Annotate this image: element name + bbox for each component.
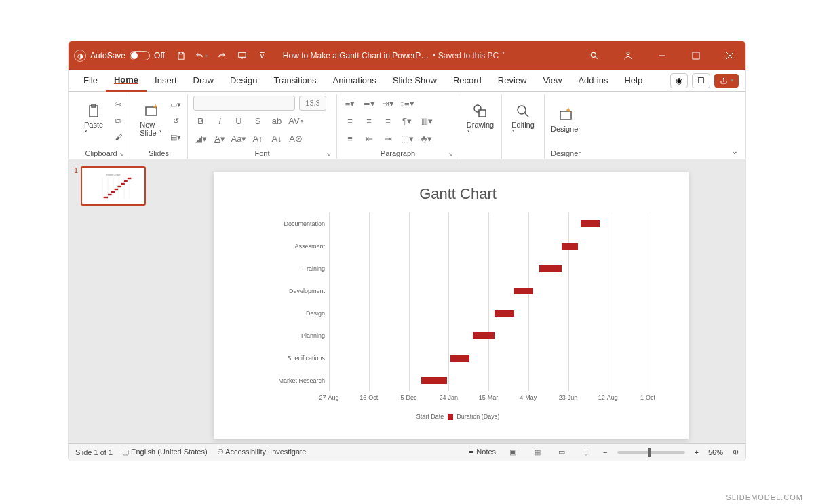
shadow-button[interactable]: ab <box>269 113 284 128</box>
designer-button[interactable]: Designer <box>550 96 581 144</box>
strikethrough-button[interactable]: S <box>250 113 265 128</box>
group-label-designer: Designer <box>550 148 581 159</box>
smartart-button[interactable]: ⬘▾ <box>419 131 433 146</box>
toggle-track[interactable] <box>130 51 150 60</box>
grow-font-button[interactable]: A↑ <box>250 131 265 146</box>
redo-icon[interactable] <box>215 49 229 62</box>
reading-view-icon[interactable]: ▭ <box>554 446 569 459</box>
copy-icon[interactable]: ⧉ <box>112 115 124 127</box>
tab-transitions[interactable]: Transitions <box>265 70 324 92</box>
text-direction-button[interactable]: ¶▾ <box>400 113 414 128</box>
notes-button[interactable]: ≐ Notes <box>468 448 496 457</box>
slideshow-view-icon[interactable]: ▯ <box>579 446 594 459</box>
list-level-button[interactable]: ⇥▾ <box>381 96 395 111</box>
indent-dec-button[interactable]: ⇤ <box>362 131 376 146</box>
change-case-button[interactable]: Aa▾ <box>231 131 246 146</box>
line-spacing-button[interactable]: ↕≡▾ <box>400 96 414 111</box>
tab-review[interactable]: Review <box>490 70 535 92</box>
tab-add-ins[interactable]: Add-ins <box>570 70 616 92</box>
slide-canvas[interactable]: Gantt Chart 27-Aug16-Oct5-Dec24-Jan15-Ma… <box>214 172 689 439</box>
accessibility-status[interactable]: ⚇ Accessibility: Investigate <box>217 448 307 457</box>
comments-button[interactable]: ☐ <box>692 73 710 88</box>
group-label-font: Font↘ <box>193 148 331 159</box>
zoom-out-button[interactable]: − <box>603 448 607 457</box>
share-button[interactable]: ▾ <box>714 74 739 88</box>
align-center-button[interactable]: ≡ <box>362 113 376 128</box>
cut-icon[interactable]: ✂ <box>112 98 124 111</box>
tab-design[interactable]: Design <box>222 70 265 92</box>
shrink-font-button[interactable]: A↓ <box>269 131 284 146</box>
layout-icon[interactable]: ▭▾ <box>170 98 182 111</box>
search-icon[interactable] <box>584 45 604 66</box>
paste-button[interactable]: Paste˅ <box>78 96 109 144</box>
status-bar: Slide 1 of 1 ▢ English (United States) ⚇… <box>69 443 745 461</box>
slide-stage[interactable]: Gantt Chart 27-Aug16-Oct5-Dec24-Jan15-Ma… <box>157 159 745 443</box>
camera-button[interactable]: ◉ <box>670 73 688 88</box>
launcher-icon[interactable]: ↘ <box>326 151 331 157</box>
tab-home[interactable]: Home <box>106 70 147 92</box>
zoom-in-button[interactable]: + <box>695 448 699 457</box>
slide-thumbnail-1[interactable]: Gantt Chart <box>81 166 146 206</box>
slide-position[interactable]: Slide 1 of 1 <box>75 448 113 457</box>
sorter-view-icon[interactable]: ▦ <box>530 446 545 459</box>
align-left-button[interactable]: ≡ <box>343 113 357 128</box>
highlight-button[interactable]: A▾ <box>212 131 227 146</box>
save-status[interactable]: • Saved to this PC ˅ <box>433 51 505 60</box>
maximize-button[interactable] <box>686 45 706 66</box>
font-color-button[interactable]: ◢▾ <box>193 131 208 146</box>
zoom-slider[interactable] <box>617 451 685 454</box>
new-slide-button[interactable]: New Slide ˅ <box>136 96 167 144</box>
app-icon: ◑ <box>74 50 86 62</box>
legend-swatch-icon <box>448 414 453 420</box>
tab-draw[interactable]: Draw <box>185 70 222 92</box>
tab-slide-show[interactable]: Slide Show <box>385 70 445 92</box>
group-label-paragraph: Paragraph↘ <box>343 148 453 159</box>
tab-insert[interactable]: Insert <box>147 70 185 92</box>
align-text-button[interactable]: ⬚▾ <box>400 131 414 146</box>
autosave-toggle[interactable]: AutoSave Off <box>90 51 165 60</box>
editing-button[interactable]: Editing˅ <box>507 96 539 144</box>
zoom-level[interactable]: 56% <box>708 448 723 457</box>
char-spacing-button[interactable]: AV▾ <box>288 113 303 128</box>
columns-button[interactable]: ▥▾ <box>419 113 433 128</box>
fit-to-window-icon[interactable]: ⊕ <box>733 448 739 457</box>
tab-help[interactable]: Help <box>616 70 651 92</box>
language-status[interactable]: ▢ English (United States) <box>122 448 208 457</box>
indent-inc-button[interactable]: ⇥ <box>381 131 395 146</box>
bold-button[interactable]: B <box>193 113 208 128</box>
thumbnail-pane[interactable]: 1 Gantt Chart <box>69 159 157 443</box>
normal-view-icon[interactable]: ▣ <box>505 446 520 459</box>
svg-point-9 <box>474 105 481 112</box>
format-painter-icon[interactable]: 🖌 <box>112 131 124 143</box>
clear-format-button[interactable]: A⊘ <box>288 131 303 146</box>
save-icon[interactable] <box>174 49 188 62</box>
bullets-button[interactable]: ≡▾ <box>343 96 357 111</box>
justify-button[interactable]: ≡ <box>343 131 357 146</box>
tab-file[interactable]: File <box>75 70 106 92</box>
section-icon[interactable]: ▤▾ <box>170 131 182 143</box>
group-label-clipboard: Clipboard↘ <box>78 148 124 159</box>
minimize-button[interactable] <box>652 45 672 66</box>
reset-icon[interactable]: ↺ <box>170 115 182 127</box>
group-designer: Designer Designer <box>545 94 587 159</box>
close-button[interactable] <box>720 45 740 66</box>
tab-view[interactable]: View <box>535 70 570 92</box>
numbering-button[interactable]: ≣▾ <box>362 96 376 111</box>
italic-button[interactable]: I <box>212 113 227 128</box>
undo-icon[interactable]: ▾ <box>195 49 208 62</box>
tab-animations[interactable]: Animations <box>325 70 385 92</box>
account-icon[interactable] <box>618 45 638 66</box>
tab-record[interactable]: Record <box>445 70 490 92</box>
gantt-bar <box>514 288 533 294</box>
qat-more-icon[interactable]: ⊽ <box>256 49 269 62</box>
underline-button[interactable]: U <box>231 113 246 128</box>
collapse-ribbon-icon[interactable]: ⌄ <box>731 145 739 156</box>
present-icon[interactable] <box>235 49 249 62</box>
font-size-combo[interactable]: 13.3 <box>299 96 326 111</box>
drawing-button[interactable]: Drawing˅ <box>465 96 496 144</box>
launcher-icon[interactable]: ↘ <box>119 151 124 157</box>
align-right-button[interactable]: ≡ <box>381 113 395 128</box>
font-family-combo[interactable] <box>193 96 295 111</box>
launcher-icon[interactable]: ↘ <box>448 151 453 157</box>
zoom-thumb[interactable] <box>648 448 651 457</box>
